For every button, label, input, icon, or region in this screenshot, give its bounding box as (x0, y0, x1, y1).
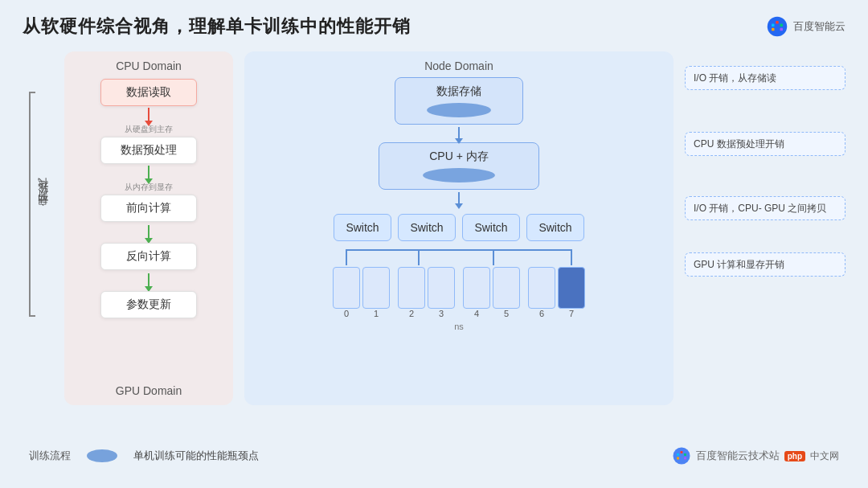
bottleneck-label: 单机训练可能的性能瓶颈点 (133, 449, 259, 463)
gpu-box-2 (398, 267, 425, 309)
gpu-pair-45 (463, 267, 520, 309)
side-label-text: 启动新一轮迭代 (35, 193, 50, 215)
flow-boxes: 数据读取 从硬盘到主存 数据预处理 从内存到显存 前向计算 (100, 79, 197, 378)
annot-io-read: I/O 开销，从存储读 (685, 66, 845, 90)
flow-box-forward: 前向计算 (100, 195, 197, 222)
gpu-labels-67: 6 7 (528, 309, 585, 318)
svg-rect-8 (680, 451, 682, 453)
arrow-storage-cpu (458, 127, 460, 140)
cpu-domain-label: CPU Domain (116, 59, 182, 72)
right-annotations: I/O 开销，从存储读 CPU 数据预处理开销 I/O 开销，CPU- GPU … (685, 51, 845, 437)
annot-io-copy: I/O 开销，CPU- GPU 之间拷贝 (685, 196, 845, 220)
svg-rect-2 (776, 21, 779, 24)
gpu-group-23: 2 3 (398, 267, 455, 318)
svg-rect-9 (684, 453, 686, 456)
gpu-box-0 (333, 267, 360, 309)
svg-rect-4 (772, 28, 775, 31)
svg-rect-3 (780, 24, 784, 27)
gpu-pair-01 (333, 267, 390, 309)
ns-label: ns (454, 322, 464, 331)
svg-rect-11 (684, 457, 686, 460)
svg-point-6 (673, 448, 690, 465)
cpu-mem-box: CPU + 内存 (379, 142, 539, 190)
logo-area: 百度智能云 (766, 15, 845, 38)
gpu-num-7: 7 (558, 309, 585, 318)
node-domain-label: Node Domain (424, 59, 493, 72)
gpu-box-3 (428, 267, 455, 309)
bottom-brand-text: 百度智能云技术站 (696, 449, 780, 463)
arrow-cpu-switch (458, 192, 460, 205)
training-flow-label: 训练流程 (29, 449, 71, 463)
svg-point-0 (768, 17, 788, 37)
flow-box-backward: 反向计算 (100, 243, 197, 270)
switch-gpu-connections (334, 249, 583, 265)
gpu-domain-label: GPU Domain (116, 378, 182, 397)
gpu-labels-45: 4 5 (463, 309, 520, 318)
gpu-num-5: 5 (493, 309, 520, 318)
svg-rect-1 (772, 24, 775, 27)
gpu-num-6: 6 (528, 309, 555, 318)
gpu-box-5 (493, 267, 520, 309)
svg-rect-5 (780, 28, 784, 31)
gpu-num-0: 0 (333, 309, 360, 318)
gpu-num-4: 4 (463, 309, 490, 318)
bottom-bar: 训练流程 单机训练可能的性能瓶颈点 百度智能云技术站 php 中文网 (23, 444, 845, 468)
gpu-labels-01: 0 1 (333, 309, 390, 318)
gpu-num-1: 1 (362, 309, 390, 318)
gpu-box-6 (528, 267, 555, 309)
svg-rect-10 (677, 457, 679, 460)
baidu-logo-icon (766, 15, 788, 38)
gpu-pair-67 (528, 267, 585, 309)
node-inner: 数据存储 CPU + 内存 (254, 77, 664, 397)
switch-box-0: Switch (334, 214, 391, 241)
site-label: 中文网 (810, 449, 839, 463)
annot-gpu-compute: GPU 计算和显存开销 (685, 252, 845, 277)
gpu-group-67: 6 7 (528, 267, 585, 318)
cpu-domain: CPU Domain 数据读取 从硬盘到主存 数据预处理 从内存到显存 (64, 51, 233, 405)
bottom-logo-area: 百度智能云技术站 php 中文网 (672, 446, 839, 465)
switch-box-2: Switch (462, 214, 520, 241)
gpu-section: 0 1 2 3 (333, 267, 585, 318)
svg-rect-7 (677, 453, 679, 456)
header: 从软硬件综合视角，理解单卡训练中的性能开销 百度智能云 (23, 14, 845, 39)
flow-box-preprocess: 数据预处理 (100, 137, 197, 164)
bottom-logo-icon (672, 446, 691, 465)
legend-oval (87, 449, 117, 462)
page-title: 从软硬件综合视角，理解单卡训练中的性能开销 (23, 14, 411, 39)
arrow-forward-backward (148, 225, 149, 240)
gpu-num-3: 3 (428, 309, 455, 318)
gpu-num-2: 2 (398, 309, 425, 318)
gpu-box-7 (558, 267, 585, 309)
gpu-box-1 (362, 267, 390, 309)
page-wrapper: 从软硬件综合视角，理解单卡训练中的性能开销 百度智能云 启 (0, 0, 868, 488)
arrow-backward-param (148, 273, 149, 288)
annot-cpu-preprocess: CPU 数据预处理开销 (685, 132, 845, 156)
switch-row: Switch Switch Switch Switch (334, 214, 584, 241)
switch-box-3: Switch (526, 214, 584, 241)
switch-box-1: Switch (398, 214, 456, 241)
node-domain: Node Domain 数据存储 CPU + 内存 (244, 51, 674, 405)
gpu-box-4 (463, 267, 490, 309)
storage-box: 数据存储 (395, 77, 523, 125)
side-label-area: 启动新一轮迭代 (23, 51, 61, 437)
arrow-mem-to-gpu (148, 166, 149, 180)
gpu-pair-23 (398, 267, 455, 309)
gpu-labels-23: 2 3 (398, 309, 455, 318)
php-badge: php (784, 451, 805, 461)
arrow-disk-to-mem (148, 108, 149, 122)
gpu-group-45: 4 5 (463, 267, 520, 318)
flow-box-data-read: 数据读取 (100, 79, 197, 106)
gpu-group-01: 0 1 (333, 267, 390, 318)
flow-box-param: 参数更新 (100, 291, 197, 318)
logo-text: 百度智能云 (793, 19, 845, 34)
